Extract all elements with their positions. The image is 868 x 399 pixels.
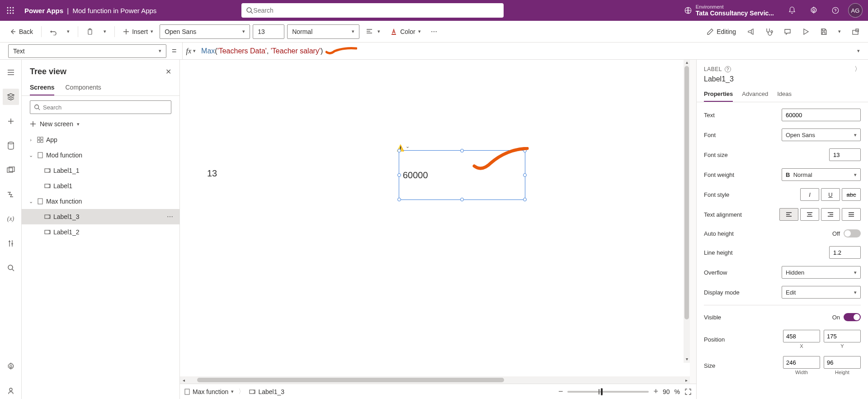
save-button[interactable]	[816, 25, 831, 38]
tree-node-app[interactable]: › App	[22, 132, 179, 147]
fit-to-window-button[interactable]	[684, 388, 692, 395]
global-search[interactable]	[241, 3, 504, 18]
resize-handle[interactable]	[397, 173, 401, 177]
strikethrough-button[interactable]: abc	[842, 188, 861, 201]
rail-media[interactable]	[3, 162, 19, 178]
resize-handle[interactable]	[460, 149, 464, 152]
prop-displaymode-select[interactable]: Edit▾	[782, 286, 861, 299]
tab-components[interactable]: Components	[65, 80, 101, 95]
breadcrumb-control[interactable]: Label1_3	[249, 388, 284, 395]
selected-control[interactable]: ⚠️ ⌄ 60000	[399, 150, 525, 200]
rail-variables[interactable]: (x)	[3, 211, 19, 227]
prop-fontweight-select[interactable]: B Normal▾	[782, 168, 861, 181]
underline-button[interactable]: U	[821, 188, 840, 201]
tab-screens[interactable]: Screens	[30, 80, 54, 95]
align-center-button[interactable]	[800, 208, 819, 221]
help-button[interactable]	[826, 1, 844, 19]
prop-y-input[interactable]	[824, 330, 861, 342]
panel-collapse-button[interactable]: 〉	[854, 65, 861, 73]
tab-advanced[interactable]: Advanced	[742, 87, 768, 102]
chevron-down-icon[interactable]: ⌄	[27, 199, 34, 204]
back-button[interactable]: Back	[5, 25, 37, 38]
save-dropdown[interactable]: ▾	[835, 26, 844, 37]
formula-expand-button[interactable]: ▾	[849, 48, 868, 54]
rail-tree-view[interactable]	[3, 89, 19, 105]
tree-item-more-button[interactable]: ⋯	[164, 213, 176, 220]
prop-x-input[interactable]	[783, 330, 820, 342]
align-right-button[interactable]	[821, 208, 840, 221]
comments-button[interactable]	[780, 25, 795, 38]
scrollbar-thumb[interactable]	[197, 378, 505, 382]
rail-search[interactable]	[3, 260, 19, 276]
prop-text-input[interactable]	[782, 109, 861, 121]
rail-hamburger[interactable]	[3, 64, 19, 81]
tree-node-label1-2[interactable]: Label1_2	[22, 224, 179, 240]
tab-properties[interactable]: Properties	[704, 87, 733, 102]
tree-node-label1[interactable]: Label1	[22, 178, 179, 194]
prop-width-input[interactable]	[783, 356, 820, 369]
new-screen-button[interactable]: New screen ▾	[22, 117, 179, 132]
breadcrumb-screen[interactable]: Max function ▾	[184, 388, 234, 395]
rail-data[interactable]	[3, 138, 19, 154]
scroll-left-icon[interactable]: ◂	[180, 378, 187, 383]
publish-button[interactable]	[848, 25, 863, 38]
resize-handle[interactable]	[523, 198, 527, 201]
tree-search[interactable]	[30, 100, 171, 114]
tree-node-label1-1[interactable]: Label1_1	[22, 163, 179, 178]
scroll-up-icon[interactable]: ▴	[684, 60, 690, 66]
zoom-out-button[interactable]: −	[558, 387, 563, 396]
prop-font-select[interactable]: Open Sans▾	[782, 128, 861, 141]
warning-dropdown[interactable]: ⌄	[406, 143, 410, 149]
zoom-slider[interactable]	[567, 391, 649, 393]
zoom-in-button[interactable]: +	[653, 387, 658, 396]
app-launcher-icon[interactable]	[0, 0, 21, 21]
editing-mode-button[interactable]: Editing	[703, 25, 740, 38]
scroll-down-icon[interactable]: ▾	[684, 356, 690, 363]
notifications-button[interactable]	[783, 1, 801, 19]
share-button[interactable]	[743, 25, 758, 38]
autoheight-toggle[interactable]	[844, 229, 861, 238]
fx-indicator[interactable]: fx▾	[182, 43, 200, 59]
prop-lineheight-input[interactable]	[829, 246, 861, 259]
font-family-select[interactable]: Open Sans▾	[160, 24, 250, 39]
environment-picker[interactable]: Environment Tata Consultancy Servic...	[684, 4, 779, 17]
prop-fontsize-input[interactable]	[829, 148, 861, 161]
color-button[interactable]: Color ▾	[387, 25, 424, 38]
info-icon[interactable]: ?	[725, 66, 731, 72]
tree-close-button[interactable]: ✕	[165, 67, 171, 76]
tree-node-label1-3[interactable]: Label1_3 ⋯	[22, 209, 179, 224]
insert-button[interactable]: Insert ▾	[119, 25, 157, 38]
avatar[interactable]: AG	[848, 3, 863, 18]
resize-handle[interactable]	[397, 198, 401, 201]
canvas[interactable]: 13 ⚠️ ⌄ 60000 ▴ ▾	[180, 60, 690, 376]
formula-input[interactable]: Max('Teachers Data', 'Teacher salary')	[199, 47, 849, 55]
undo-button[interactable]	[46, 25, 61, 38]
paste-button[interactable]	[83, 25, 97, 38]
tree-node-max-function[interactable]: ⌄ Max function	[22, 194, 179, 209]
scroll-right-icon[interactable]: ▸	[683, 378, 690, 383]
search-input[interactable]	[253, 7, 499, 14]
chevron-down-icon[interactable]: ⌄	[27, 152, 34, 158]
align-left-button[interactable]	[779, 208, 798, 221]
app-checker-button[interactable]	[761, 25, 777, 38]
italic-button[interactable]: I	[800, 188, 819, 201]
visible-toggle[interactable]	[844, 313, 861, 321]
font-weight-select[interactable]: Normal▾	[287, 24, 359, 39]
font-size-input[interactable]: 13	[253, 24, 284, 39]
settings-button[interactable]	[805, 1, 823, 19]
chevron-right-icon[interactable]: ›	[27, 137, 34, 142]
rail-virtual-agent[interactable]	[3, 383, 19, 399]
overflow-button[interactable]: ⋯	[427, 25, 441, 38]
align-button[interactable]: ▾	[362, 25, 384, 38]
canvas-horizontal-scrollbar[interactable]: ◂ ▸	[180, 376, 690, 384]
canvas-label-13[interactable]: 13	[207, 168, 217, 179]
paste-dropdown[interactable]: ▾	[100, 26, 110, 37]
property-selector[interactable]: Text▾	[8, 44, 166, 58]
align-justify-button[interactable]	[842, 208, 861, 221]
preview-button[interactable]	[798, 25, 813, 38]
tab-ideas[interactable]: Ideas	[777, 87, 792, 102]
resize-handle[interactable]	[397, 149, 401, 152]
prop-overflow-select[interactable]: Hidden▾	[782, 266, 861, 279]
tree-node-mod-function[interactable]: ⌄ Mod function	[22, 147, 179, 163]
rail-settings[interactable]	[3, 358, 19, 375]
